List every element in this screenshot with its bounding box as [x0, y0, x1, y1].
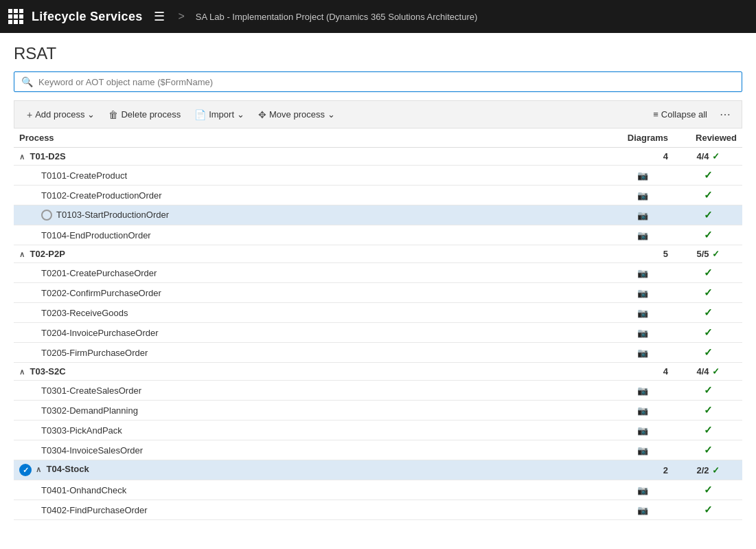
reviewed-check-cell: ✓	[674, 381, 742, 401]
page-title: RSAT	[14, 44, 742, 63]
process-label-T0303: T0303-PickAndPack	[14, 421, 612, 440]
import-icon: 📄	[194, 109, 206, 120]
table-row-T0101[interactable]: T0101-CreateProduct📷️✓	[14, 166, 742, 186]
table-row-T0102[interactable]: T0102-CreateProductionOrder📷️✓	[14, 186, 742, 205]
table-row-T0205[interactable]: T0205-FirmPurchaseOrder📷️✓	[14, 343, 742, 363]
process-label-T0304: T0304-InvoiceSalesOrder	[14, 440, 612, 460]
process-label-text: T0204-InvoicePurchaseOrder	[41, 328, 159, 338]
diagram-icon: 📷️	[637, 485, 648, 495]
table-row-T0402[interactable]: T0402-FindPurchaseOrder📷️✓	[14, 500, 742, 520]
group-label-T02-P2P: ∧ T02-P2P	[14, 245, 612, 263]
group-label-T04-Stock: ✓∧ T04-Stock	[14, 460, 612, 480]
check-icon: ✓	[704, 424, 713, 436]
col-diagrams: Diagrams	[612, 128, 674, 148]
table-row-T0303[interactable]: T0303-PickAndPack📷️✓	[14, 421, 742, 440]
process-label-text: T0202-ConfirmPurchaseOrder	[41, 288, 161, 298]
table-row-T0201[interactable]: T0201-CreatePurchaseOrder📷️✓	[14, 263, 742, 283]
delete-icon: 🗑	[108, 109, 118, 120]
diagram-icon-cell: 📷️	[612, 205, 674, 225]
expand-icon[interactable]: ∧	[36, 465, 41, 473]
process-label-T0201: T0201-CreatePurchaseOrder	[14, 263, 612, 283]
search-input[interactable]	[38, 77, 735, 87]
check-icon: ✓	[704, 484, 713, 495]
table-row-T0204[interactable]: T0204-InvoicePurchaseOrder📷️✓	[14, 323, 742, 343]
collapse-all-button[interactable]: ≡ Collapse all	[648, 107, 713, 122]
check-icon: ✓	[704, 404, 713, 416]
diagram-icon-cell: 📷️	[612, 343, 674, 363]
reviewed-check-icon: ✓	[712, 151, 720, 161]
check-icon: ✓	[704, 229, 713, 240]
add-process-button[interactable]: + Add process ⌄	[21, 107, 100, 123]
group-row-T01-D2S[interactable]: ∧ T01-D2S44/4 ✓	[14, 148, 742, 166]
reviewed-check-cell: ✓	[674, 343, 742, 363]
col-process: Process	[14, 128, 612, 148]
process-label-text: T0201-CreatePurchaseOrder	[41, 268, 157, 278]
process-label-T0104: T0104-EndProductionOrder	[14, 225, 612, 245]
import-button[interactable]: 📄 Import ⌄	[189, 107, 250, 123]
process-label-T0205: T0205-FirmPurchaseOrder	[14, 343, 612, 363]
reviewed-check-cell: ✓	[674, 500, 742, 520]
process-label-T0102: T0102-CreateProductionOrder	[14, 186, 612, 205]
collapse-all-label: Collapse all	[661, 109, 707, 120]
move-process-button[interactable]: ✥ Move process ⌄	[253, 107, 341, 123]
row-checked-icon: ✓	[19, 464, 32, 476]
diagram-icon: 📷️	[637, 328, 648, 338]
table-row-T0103[interactable]: T0103-StartProductionOrder📷️✓	[14, 205, 742, 225]
toolbar: + Add process ⌄ 🗑 Delete process 📄 Impor…	[14, 100, 742, 128]
expand-icon[interactable]: ∧	[19, 153, 25, 161]
apps-icon[interactable]	[8, 9, 23, 24]
table-row-T0203[interactable]: T0203-ReceiveGoods📷️✓	[14, 303, 742, 323]
add-process-chevron: ⌄	[87, 109, 95, 120]
diagram-icon-cell: 📷️	[612, 323, 674, 343]
diagram-icon: 📷️	[637, 425, 648, 436]
group-row-T04-Stock[interactable]: ✓∧ T04-Stock22/2 ✓	[14, 460, 742, 480]
diagram-icon-cell: 📷️	[612, 500, 674, 520]
diagram-icon-cell: 📷️	[612, 166, 674, 186]
check-icon: ✓	[704, 189, 713, 201]
check-icon: ✓	[704, 169, 713, 181]
table-row-T0104[interactable]: T0104-EndProductionOrder📷️✓	[14, 225, 742, 245]
delete-process-label: Delete process	[121, 109, 181, 120]
delete-process-button[interactable]: 🗑 Delete process	[103, 107, 186, 123]
table-row-T0301[interactable]: T0301-CreateSalesOrder📷️✓	[14, 381, 742, 401]
reviewed-check-cell: ✓	[674, 283, 742, 303]
diagram-icon: 📷️	[637, 445, 648, 456]
group-row-T02-P2P[interactable]: ∧ T02-P2P55/5 ✓	[14, 245, 742, 263]
process-label-T0203: T0203-ReceiveGoods	[14, 303, 612, 323]
diagrams-count: 4	[612, 148, 674, 166]
reviewed-check-cell: ✓	[674, 205, 742, 225]
process-label-T0402: T0402-FindPurchaseOrder	[14, 500, 612, 520]
more-options-button[interactable]: ⋯	[715, 105, 735, 124]
process-label-T0204: T0204-InvoicePurchaseOrder	[14, 323, 612, 343]
process-label-text: T0401-OnhandCheck	[41, 485, 126, 495]
table-row-T0401[interactable]: T0401-OnhandCheck📷️✓	[14, 480, 742, 500]
diagram-icon-cell: 📷️	[612, 225, 674, 245]
diagram-icon: 📷️	[637, 288, 648, 298]
process-label-text: T0203-ReceiveGoods	[41, 308, 128, 318]
expand-icon[interactable]: ∧	[19, 368, 25, 376]
table-row-T0202[interactable]: T0202-ConfirmPurchaseOrder📷️✓	[14, 283, 742, 303]
process-label-T0101: T0101-CreateProduct	[14, 166, 612, 186]
breadcrumb: SA Lab - Implementation Project (Dynamic…	[196, 12, 477, 22]
check-icon: ✓	[704, 267, 713, 278]
group-label-text: T01-D2S	[27, 151, 66, 161]
topbar: Lifecycle Services ☰ > SA Lab - Implemen…	[0, 0, 756, 33]
group-row-T03-S2C[interactable]: ∧ T03-S2C44/4 ✓	[14, 363, 742, 381]
reviewed-check-icon: ✓	[712, 465, 720, 475]
reviewed-check-cell: ✓	[674, 323, 742, 343]
table-row-T0302[interactable]: T0302-DemandPlanning📷️✓	[14, 401, 742, 421]
reviewed-check-icon: ✓	[712, 366, 720, 377]
move-icon: ✥	[258, 109, 266, 120]
check-icon: ✓	[704, 504, 713, 515]
process-label-text: T0303-PickAndPack	[41, 425, 122, 436]
diagram-icon: 📷️	[637, 505, 648, 515]
reviewed-cell: 4/4 ✓	[674, 148, 742, 166]
hamburger-icon[interactable]: ☰	[151, 6, 168, 27]
process-label-text: T0102-CreateProductionOrder	[41, 190, 162, 201]
check-icon: ✓	[704, 209, 713, 221]
move-process-label: Move process	[269, 109, 325, 120]
plus-icon: +	[27, 109, 32, 120]
reviewed-cell: 5/5 ✓	[674, 245, 742, 263]
expand-icon[interactable]: ∧	[19, 250, 25, 258]
table-row-T0304[interactable]: T0304-InvoiceSalesOrder📷️✓	[14, 440, 742, 460]
